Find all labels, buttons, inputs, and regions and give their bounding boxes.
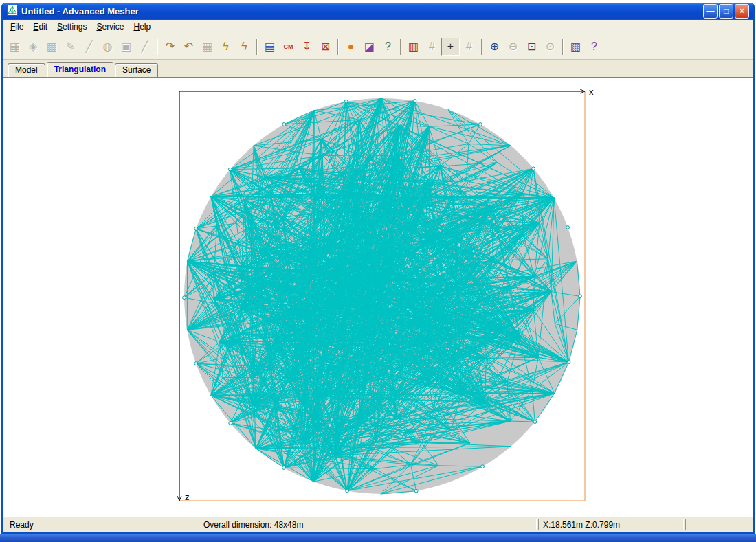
boundary-node-marker — [346, 489, 349, 493]
pan-tool-icon: + — [447, 41, 454, 52]
circle-draw-button: ◍ — [98, 38, 117, 56]
menu-bar: FileEditSettingsServiceHelp — [3, 20, 753, 34]
render-view-button[interactable]: ● — [342, 38, 360, 56]
menu-edit[interactable]: Edit — [28, 21, 52, 33]
model-view-svg: xz — [3, 78, 753, 517]
cm-mode-icon: CM — [284, 44, 293, 50]
node-table-icon: ▤ — [265, 41, 275, 52]
boundary-node-marker — [533, 420, 537, 424]
mesh-refine-icon: ◈ — [29, 41, 37, 52]
mesh-locked-icon: ▦ — [202, 41, 212, 52]
axis-x-label: x — [589, 87, 594, 97]
taskbar-strip — [0, 534, 756, 542]
zoom-previous-button: ⊙ — [541, 38, 559, 56]
mesh-block-button: ▩ — [43, 38, 61, 56]
status-coordinates: X:18.561m Z:0.799m — [538, 519, 684, 530]
toolbar-separator — [562, 39, 564, 55]
tab-bar: ModelTriangulationSurface — [3, 60, 753, 77]
drawing-canvas[interactable]: xz — [3, 77, 753, 517]
boundary-node-marker — [183, 296, 186, 300]
mesh-generate-button: ▦ — [5, 38, 24, 56]
mesh-build-button[interactable]: ϟ — [216, 38, 235, 56]
shade-view-button[interactable]: ◪ — [360, 38, 379, 56]
region-select-icon: ▣ — [121, 41, 131, 52]
tab-triangulation[interactable]: Triangulation — [47, 62, 113, 77]
toolbar-separator — [337, 39, 339, 55]
tab-surface[interactable]: Surface — [115, 63, 158, 77]
grid-show-button: # — [423, 38, 441, 56]
table-import-button[interactable]: ↧ — [298, 38, 316, 56]
close-button[interactable]: × — [735, 4, 749, 19]
app-icon — [7, 5, 18, 19]
menu-service[interactable]: Service — [91, 21, 129, 33]
line-cut-icon: ╱ — [142, 41, 148, 52]
title-bar[interactable]: Untitled - Advanced Mesher — □ × — [3, 3, 753, 20]
pan-tool-button[interactable]: + — [441, 38, 460, 56]
tab-model[interactable]: Model — [8, 63, 45, 77]
step-forward-icon: ↷ — [166, 41, 175, 52]
help-topics-button[interactable]: ? — [585, 38, 603, 56]
boundary-node-marker — [567, 361, 570, 364]
toolbar-separator — [256, 39, 258, 55]
axis-z-label: z — [185, 492, 190, 502]
boundary-node-marker — [579, 295, 582, 298]
table-import-icon: ↧ — [302, 41, 311, 52]
window-title: Untitled - Advanced Mesher — [21, 6, 700, 16]
maximize-button[interactable]: □ — [719, 4, 733, 19]
grid-snap-icon: # — [466, 41, 472, 52]
boundary-node-marker — [479, 123, 482, 126]
boundary-node-marker — [228, 168, 232, 171]
boundary-node-marker — [413, 100, 416, 103]
mesh-info-button[interactable]: ? — [379, 38, 397, 56]
manual-button[interactable]: ▧ — [566, 38, 585, 56]
polyline-draw-button: ╱ — [80, 38, 98, 56]
render-view-icon: ● — [348, 41, 355, 52]
toolbar-separator — [400, 39, 401, 55]
boundary-node-marker — [194, 227, 198, 231]
minimize-button[interactable]: — — [703, 4, 718, 19]
mesh-block-icon: ▩ — [47, 41, 57, 52]
mesh-refine-button: ◈ — [24, 38, 43, 56]
toolbar: ▦◈▩✎╱◍▣╱↷↶▦ϟϟ▤CM↧⊠●◪?▥#+#⊕⊖⊡⊙▧? — [3, 34, 753, 60]
boundary-node-marker — [282, 123, 286, 126]
mesh-build-icon: ϟ — [223, 41, 228, 52]
status-spacer — [685, 519, 751, 530]
menu-settings[interactable]: Settings — [52, 21, 91, 33]
mesh-generate-icon: ▦ — [10, 41, 20, 52]
help-topics-icon: ? — [591, 41, 597, 52]
boundary-node-marker — [344, 100, 348, 103]
toolbar-separator — [157, 39, 158, 55]
mesh-edit-icon: ✎ — [66, 41, 75, 52]
boundary-node-marker — [229, 422, 232, 425]
mesh-edit-button: ✎ — [61, 38, 80, 56]
zoom-window-button[interactable]: ⊡ — [522, 38, 541, 56]
desktop-page: Untitled - Advanced Mesher — □ × FileEdi… — [0, 0, 756, 542]
zoom-in-button[interactable]: ⊕ — [485, 38, 504, 56]
menu-file[interactable]: File — [5, 21, 28, 33]
mesh-clear-button[interactable]: ϟ — [235, 38, 254, 56]
window-controls: — □ × — [703, 4, 749, 19]
close-icon: × — [735, 5, 748, 17]
report-window-icon: ▥ — [408, 41, 419, 52]
mesh-locked-button: ▦ — [198, 38, 216, 56]
app-window: Untitled - Advanced Mesher — □ × FileEdi… — [1, 3, 755, 534]
table-delete-button[interactable]: ⊠ — [316, 38, 335, 56]
boundary-node-marker — [532, 167, 535, 170]
circle-draw-icon: ◍ — [103, 41, 113, 52]
grid-snap-button: # — [460, 38, 478, 56]
node-table-button[interactable]: ▤ — [260, 38, 279, 56]
grid-show-icon: # — [429, 41, 435, 52]
zoom-window-icon: ⊡ — [527, 41, 536, 52]
step-forward-button[interactable]: ↷ — [161, 38, 179, 56]
step-back-icon: ↶ — [184, 41, 193, 52]
boundary-node-marker — [481, 465, 485, 468]
shade-view-icon: ◪ — [364, 41, 375, 52]
cm-mode-button[interactable]: CM — [279, 38, 298, 56]
boundary-node-marker — [194, 362, 198, 365]
boundary-node-marker — [414, 489, 418, 493]
report-window-button[interactable]: ▥ — [404, 38, 423, 56]
maximize-icon: □ — [720, 5, 733, 17]
menu-help[interactable]: Help — [129, 21, 155, 33]
step-back-button[interactable]: ↶ — [179, 38, 198, 56]
polyline-draw-icon: ╱ — [86, 41, 93, 52]
